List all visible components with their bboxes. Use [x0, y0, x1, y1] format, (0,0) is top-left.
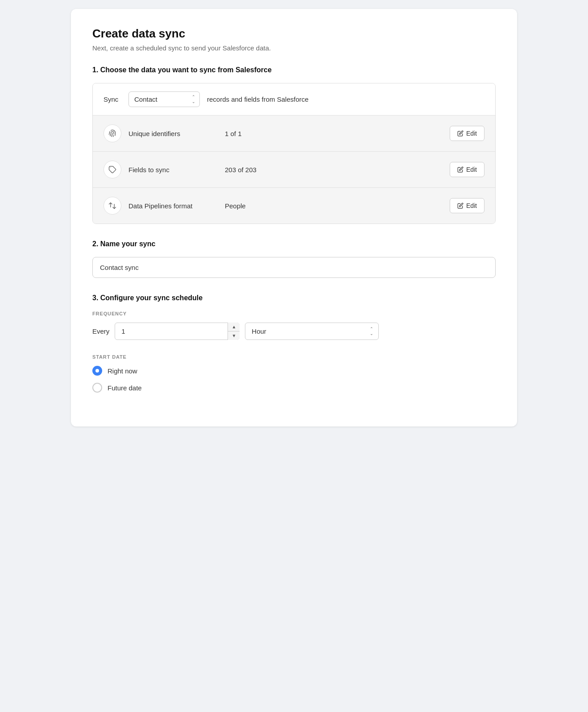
sync-records-text: records and fields from Salesforce — [207, 95, 309, 103]
transform-icon — [104, 197, 121, 215]
sync-name-input[interactable] — [92, 257, 496, 278]
config-items: Unique identifiers 1 of 1 Edit Fi — [93, 115, 495, 224]
radio-right-now-label: Right now — [108, 367, 137, 375]
radio-future-date-circle[interactable] — [92, 383, 102, 393]
fingerprint-icon — [104, 124, 121, 142]
radio-future-date-label: Future date — [108, 384, 142, 392]
edit-pencil-icon-2 — [457, 166, 464, 173]
start-date-section: START DATE Right now Future date — [92, 354, 496, 393]
section3: 3. Configure your sync schedule FREQUENC… — [92, 294, 496, 393]
section1-heading: 1. Choose the data you want to sync from… — [92, 66, 496, 74]
edit-pencil-icon-3 — [457, 203, 464, 209]
stepper-down-button[interactable]: ▼ — [228, 331, 240, 340]
start-date-label: START DATE — [92, 354, 496, 360]
sync-object-select[interactable]: Contact Lead Account Opportunity — [128, 91, 200, 107]
data-pipelines-value: People — [225, 202, 443, 210]
radio-right-now[interactable]: Right now — [92, 366, 496, 376]
unique-identifiers-value: 1 of 1 — [225, 130, 443, 137]
radio-future-date[interactable]: Future date — [92, 383, 496, 393]
stepper-buttons: ▲ ▼ — [228, 323, 240, 340]
stepper-up-button[interactable]: ▲ — [228, 323, 240, 331]
sync-config-card: Sync Contact Lead Account Opportunity re… — [92, 83, 496, 224]
frequency-number-input[interactable] — [115, 323, 240, 340]
unique-identifiers-edit-button[interactable]: Edit — [450, 126, 484, 141]
config-item-unique-identifiers: Unique identifiers 1 of 1 Edit — [93, 116, 495, 152]
fields-to-sync-value: 203 of 203 — [225, 166, 443, 174]
data-pipelines-edit-label: Edit — [466, 202, 477, 209]
every-label: Every — [92, 327, 109, 335]
section2: 2. Name your sync — [92, 240, 496, 278]
sync-row: Sync Contact Lead Account Opportunity re… — [93, 83, 495, 115]
section3-heading: 3. Configure your sync schedule — [92, 294, 496, 302]
radio-right-now-circle[interactable] — [92, 366, 102, 376]
fields-to-sync-edit-label: Edit — [466, 166, 477, 173]
section2-heading: 2. Name your sync — [92, 240, 496, 248]
page-title: Create data sync — [92, 27, 496, 41]
config-item-data-pipelines: Data Pipelines format People Edit — [93, 188, 495, 224]
sync-select-wrapper[interactable]: Contact Lead Account Opportunity — [128, 91, 200, 107]
sync-label: Sync — [104, 95, 121, 103]
page-subtitle: Next, create a scheduled sync to send yo… — [92, 44, 496, 52]
unique-identifiers-label: Unique identifiers — [128, 130, 218, 137]
fields-to-sync-label: Fields to sync — [128, 166, 218, 174]
fields-to-sync-edit-button[interactable]: Edit — [450, 162, 484, 177]
data-pipelines-edit-button[interactable]: Edit — [450, 198, 484, 213]
frequency-unit-wrapper[interactable]: Hour Day Week Month — [245, 323, 379, 340]
frequency-row: Every ▲ ▼ Hour Day Week Month — [92, 323, 496, 340]
frequency-number-wrapper: ▲ ▼ — [115, 323, 240, 340]
edit-pencil-icon — [457, 130, 464, 137]
unique-identifiers-edit-label: Edit — [466, 130, 477, 137]
data-pipelines-label: Data Pipelines format — [128, 202, 218, 210]
frequency-unit-select[interactable]: Hour Day Week Month — [245, 323, 379, 340]
page-container: Create data sync Next, create a schedule… — [71, 9, 517, 426]
tag-icon — [104, 161, 121, 178]
frequency-label: FREQUENCY — [92, 311, 496, 316]
config-item-fields-to-sync: Fields to sync 203 of 203 Edit — [93, 152, 495, 188]
